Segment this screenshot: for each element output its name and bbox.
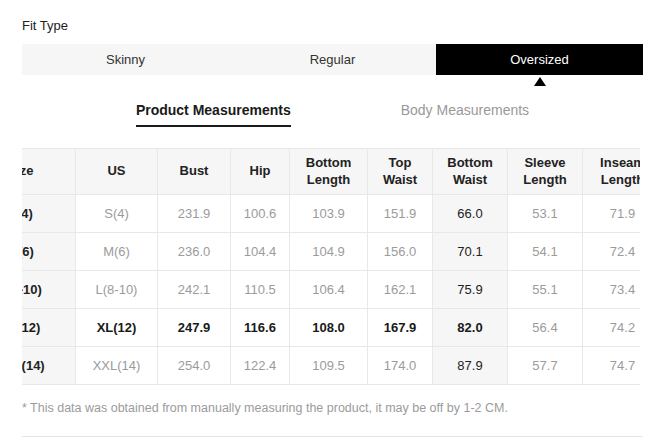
size-guide-panel: Fit Type Skinny Regular Oversized Produc… <box>0 0 665 437</box>
table-cell: 103.9 <box>290 195 368 233</box>
column-header: Sleeve Length <box>508 149 583 195</box>
size-row: L(8-10)L(8-10)242.1110.5106.4162.175.955… <box>22 271 640 309</box>
column-header: US <box>76 149 158 195</box>
column-header: Bottom Length <box>290 149 368 195</box>
size-cell: XXL(14) <box>22 347 76 385</box>
size-row: S(4)S(4)231.9100.6103.9151.966.053.171.9 <box>22 195 640 233</box>
table-cell: 70.1 <box>433 233 508 271</box>
fit-tab-oversized[interactable]: Oversized <box>436 44 643 75</box>
table-cell: 167.9 <box>368 309 433 347</box>
table-cell: 55.1 <box>508 271 583 309</box>
size-row: M(6)M(6)236.0104.4104.9156.070.154.172.4 <box>22 233 640 271</box>
table-cell: 57.7 <box>508 347 583 385</box>
column-header: Bust <box>158 149 231 195</box>
table-cell: 242.1 <box>158 271 231 309</box>
column-header: Inseam Length <box>583 149 641 195</box>
table-cell: 75.9 <box>433 271 508 309</box>
measurement-disclaimer: * This data was obtained from manually m… <box>22 401 643 415</box>
table-cell: 71.9 <box>583 195 641 233</box>
size-cell: L(8-10) <box>22 271 76 309</box>
header-row: SizeUSBustHipBottom LengthTop WaistBotto… <box>22 149 640 195</box>
table-cell: 151.9 <box>368 195 433 233</box>
table-cell: 54.1 <box>508 233 583 271</box>
table-cell: 72.4 <box>583 233 641 271</box>
size-cell: S(4) <box>22 195 76 233</box>
column-header: Top Waist <box>368 149 433 195</box>
tab-body-measurements[interactable]: Body Measurements <box>401 102 529 127</box>
table-cell: 162.1 <box>368 271 433 309</box>
table-cell: 104.4 <box>231 233 290 271</box>
selected-tab-arrow-icon <box>534 77 546 86</box>
table-cell: 174.0 <box>368 347 433 385</box>
table-cell: 247.9 <box>158 309 231 347</box>
table-cell: XXL(14) <box>76 347 158 385</box>
size-row: XXL(14)XXL(14)254.0122.4109.5174.087.957… <box>22 347 640 385</box>
table-cell: 82.0 <box>433 309 508 347</box>
column-header: Hip <box>231 149 290 195</box>
table-cell: 231.9 <box>158 195 231 233</box>
table-cell: 87.9 <box>433 347 508 385</box>
table-cell: 254.0 <box>158 347 231 385</box>
table-cell: 100.6 <box>231 195 290 233</box>
table-cell: 66.0 <box>433 195 508 233</box>
tab-product-measurements[interactable]: Product Measurements <box>136 102 291 127</box>
size-cell: XL(12) <box>22 309 76 347</box>
table-cell: L(8-10) <box>76 271 158 309</box>
table-cell: 122.4 <box>231 347 290 385</box>
column-header: Bottom Waist <box>433 149 508 195</box>
table-cell: 116.6 <box>231 309 290 347</box>
table-cell: 156.0 <box>368 233 433 271</box>
fit-type-label: Fit Type <box>22 18 643 33</box>
measurement-tab-bar: Product Measurements Body Measurements <box>22 102 643 127</box>
table-cell: 104.9 <box>290 233 368 271</box>
table-cell: 108.0 <box>290 309 368 347</box>
fit-tab-skinny[interactable]: Skinny <box>22 44 229 75</box>
table-cell: S(4) <box>76 195 158 233</box>
size-cell: M(6) <box>22 233 76 271</box>
table-cell: M(6) <box>76 233 158 271</box>
fit-tab-regular[interactable]: Regular <box>229 44 436 75</box>
size-table-scroll-area[interactable]: SizeUSBustHipBottom LengthTop WaistBotto… <box>22 148 640 385</box>
column-header: Size <box>22 149 76 195</box>
table-cell: 56.4 <box>508 309 583 347</box>
size-row: XL(12)XL(12)247.9116.6108.0167.982.056.4… <box>22 309 640 347</box>
table-cell: 74.2 <box>583 309 641 347</box>
table-cell: 74.7 <box>583 347 641 385</box>
fit-type-tab-bar: Skinny Regular Oversized <box>22 44 643 75</box>
section-divider <box>22 436 643 437</box>
table-cell: 109.5 <box>290 347 368 385</box>
table-cell: 53.1 <box>508 195 583 233</box>
table-cell: 110.5 <box>231 271 290 309</box>
table-cell: 236.0 <box>158 233 231 271</box>
table-cell: XL(12) <box>76 309 158 347</box>
table-cell: 106.4 <box>290 271 368 309</box>
table-cell: 73.4 <box>583 271 641 309</box>
tab-indicator-row <box>22 75 643 88</box>
size-table: SizeUSBustHipBottom LengthTop WaistBotto… <box>22 148 640 385</box>
